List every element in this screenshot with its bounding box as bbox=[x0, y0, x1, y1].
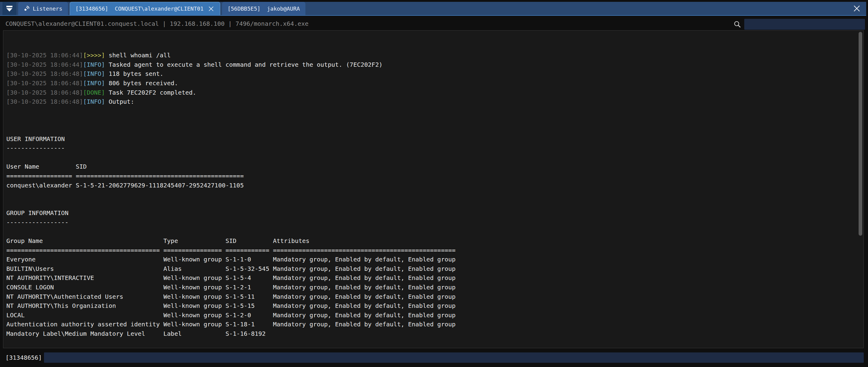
log-line: [30-10-2025 18:06:48][DONE] Task 7EC202F… bbox=[6, 88, 856, 97]
log-message: Task 7EC202F2 completed. bbox=[105, 89, 196, 96]
log-timestamp: [30-10-2025 18:06:48] bbox=[6, 80, 83, 87]
search-icon bbox=[733, 20, 741, 28]
scrollbar-thumb[interactable] bbox=[859, 32, 862, 236]
tab-close-button[interactable] bbox=[208, 5, 214, 12]
log-timestamp: [30-10-2025 18:06:48] bbox=[6, 98, 83, 105]
session-status-text: CONQUEST\alexander@CLIENT01.conquest.loc… bbox=[5, 20, 308, 27]
log-message: 806 bytes received. bbox=[105, 80, 178, 87]
command-input[interactable] bbox=[44, 353, 864, 363]
listener-icon bbox=[24, 5, 30, 11]
prompt-session-id: [31348656] bbox=[5, 354, 42, 361]
tab-label: [56DBB5E5] jakob@AURA bbox=[227, 5, 300, 12]
tab-session-56dbb5e5[interactable]: [56DBB5E5] jakob@AURA bbox=[222, 2, 305, 15]
search-bar bbox=[733, 19, 865, 30]
command-bar: [31348656] bbox=[0, 350, 868, 365]
log-level-tag: [INFO] bbox=[83, 61, 105, 68]
tab-label: [31348656] CONQUEST\alexander@CLIENT01 bbox=[75, 5, 204, 12]
tab-bar: Listeners[31348656] CONQUEST\alexander@C… bbox=[0, 2, 866, 16]
scrollbar[interactable] bbox=[858, 31, 863, 347]
terminal-output-panel[interactable]: [30-10-2025 18:06:44][>>>>] shell whoami… bbox=[3, 30, 864, 348]
log-timestamp: [30-10-2025 18:06:48] bbox=[6, 89, 83, 96]
command-output: USER INFORMATION ---------------- User N… bbox=[6, 125, 856, 348]
log-level-tag: [INFO] bbox=[83, 70, 105, 78]
tab-close-icon bbox=[208, 5, 214, 12]
dropdown-icon bbox=[6, 5, 13, 12]
window-close-button[interactable] bbox=[852, 2, 861, 15]
log-message: Output: bbox=[105, 98, 134, 105]
log-level-tag: [>>>>] bbox=[83, 52, 105, 59]
terminal-log: [30-10-2025 18:06:44][>>>>] shell whoami… bbox=[6, 51, 856, 106]
log-timestamp: [30-10-2025 18:06:48] bbox=[6, 70, 83, 78]
search-input[interactable] bbox=[744, 19, 865, 30]
log-line: [30-10-2025 18:06:44][INFO] Tasked agent… bbox=[6, 60, 856, 69]
log-line: [30-10-2025 18:06:44][>>>>] shell whoami… bbox=[6, 51, 856, 60]
log-level-tag: [INFO] bbox=[83, 98, 105, 105]
log-line: [30-10-2025 18:06:48][INFO] 118 bytes se… bbox=[6, 69, 856, 79]
close-icon bbox=[852, 4, 861, 13]
tab-bar-tabs: Listeners[31348656] CONQUEST\alexander@C… bbox=[17, 2, 305, 15]
log-message: 118 bytes sent. bbox=[105, 70, 163, 78]
log-timestamp: [30-10-2025 18:06:44] bbox=[6, 52, 83, 59]
log-message: shell whoami /all bbox=[105, 52, 171, 59]
log-line: [30-10-2025 18:06:48][INFO] 806 bytes re… bbox=[6, 79, 856, 88]
log-line: [30-10-2025 18:06:48][INFO] Output: bbox=[6, 97, 856, 106]
log-level-tag: [DONE] bbox=[83, 89, 105, 96]
session-menu-button[interactable] bbox=[2, 2, 17, 15]
log-timestamp: [30-10-2025 18:06:44] bbox=[6, 61, 83, 68]
log-message: Tasked agent to execute a shell command … bbox=[105, 61, 382, 68]
log-level-tag: [INFO] bbox=[83, 80, 105, 87]
tab-label: Listeners bbox=[33, 5, 62, 12]
tab-listeners[interactable]: Listeners bbox=[18, 2, 68, 15]
tab-session-31348656[interactable]: [31348656] CONQUEST\alexander@CLIENT01 bbox=[70, 2, 220, 15]
